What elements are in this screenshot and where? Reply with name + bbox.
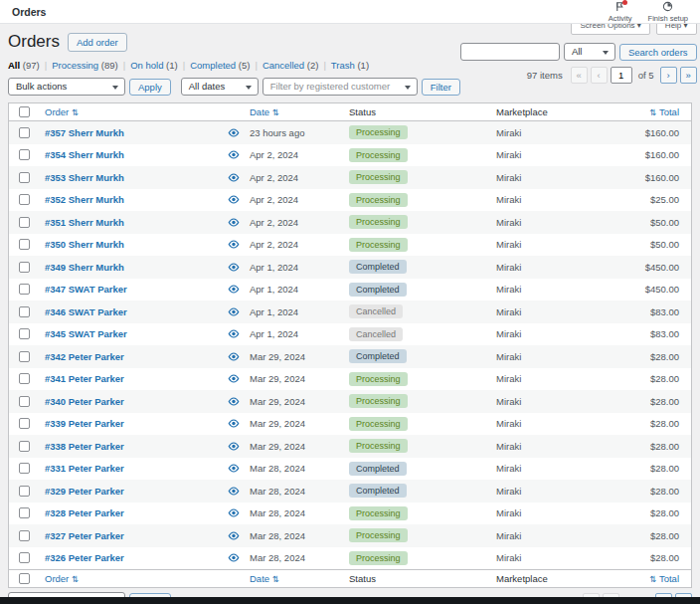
row-checkbox[interactable] bbox=[19, 418, 30, 429]
activity-label: Activity bbox=[609, 14, 632, 23]
order-link[interactable]: #328 Peter Parker bbox=[45, 507, 124, 518]
sort-icon: ⇅ bbox=[649, 107, 656, 117]
column-footer-date[interactable]: Date ⇅ bbox=[246, 573, 345, 584]
chevron-down-icon bbox=[112, 86, 118, 90]
row-checkbox[interactable] bbox=[19, 149, 30, 160]
prev-page-button[interactable]: ‹ bbox=[591, 67, 608, 84]
search-orders-button[interactable]: Search orders bbox=[619, 44, 697, 61]
order-link[interactable]: #354 Sherr Murkh bbox=[45, 149, 124, 160]
first-page-button[interactable]: « bbox=[571, 67, 588, 84]
preview-eye-icon[interactable] bbox=[228, 195, 240, 204]
order-link[interactable]: #340 Peter Parker bbox=[45, 396, 124, 407]
order-link[interactable]: #357 Sherr Murkh bbox=[45, 127, 124, 138]
status-filter-link[interactable]: Processing (89) bbox=[52, 60, 118, 71]
order-link[interactable]: #339 Peter Parker bbox=[45, 418, 124, 429]
order-link[interactable]: #331 Peter Parker bbox=[45, 463, 124, 474]
preview-eye-icon[interactable] bbox=[228, 263, 240, 272]
order-link[interactable]: #346 SWAT Parker bbox=[45, 306, 127, 317]
order-link[interactable]: #351 Sherr Murkh bbox=[45, 217, 124, 228]
row-checkbox[interactable] bbox=[19, 284, 30, 295]
preview-eye-icon[interactable] bbox=[228, 173, 240, 182]
customer-filter-select[interactable]: Filter by registered customer bbox=[262, 78, 418, 96]
preview-eye-icon[interactable] bbox=[228, 150, 240, 159]
order-link[interactable]: #342 Peter Parker bbox=[45, 351, 124, 362]
status-filter-link[interactable]: Completed (5) bbox=[190, 60, 250, 71]
preview-eye-icon[interactable] bbox=[228, 329, 240, 338]
preview-eye-icon[interactable] bbox=[228, 285, 240, 294]
row-checkbox[interactable] bbox=[19, 262, 30, 273]
status-filter-link[interactable]: Cancelled (2) bbox=[262, 60, 319, 71]
preview-eye-icon[interactable] bbox=[228, 419, 240, 428]
row-checkbox[interactable] bbox=[19, 306, 30, 317]
select-all-checkbox[interactable] bbox=[19, 106, 30, 117]
row-checkbox[interactable] bbox=[19, 552, 30, 563]
row-checkbox[interactable] bbox=[19, 530, 30, 541]
order-link[interactable]: #353 Sherr Murkh bbox=[45, 172, 124, 183]
preview-eye-icon[interactable] bbox=[228, 307, 240, 316]
last-page-button[interactable]: » bbox=[680, 67, 697, 84]
select-all-checkbox[interactable] bbox=[19, 573, 30, 584]
add-order-button[interactable]: Add order bbox=[68, 33, 127, 52]
row-checkbox[interactable] bbox=[19, 373, 30, 384]
status-filter-link[interactable]: All (97) bbox=[8, 60, 40, 71]
screen-options-button[interactable]: Screen Options ▾ bbox=[571, 24, 649, 35]
preview-eye-icon[interactable] bbox=[228, 487, 240, 496]
next-page-button[interactable]: › bbox=[660, 67, 677, 84]
order-link[interactable]: #329 Peter Parker bbox=[45, 486, 124, 497]
current-page-input[interactable] bbox=[611, 67, 632, 84]
row-checkbox[interactable] bbox=[19, 396, 30, 407]
row-checkbox[interactable] bbox=[19, 127, 30, 138]
preview-eye-icon[interactable] bbox=[228, 531, 240, 540]
order-marketplace: Miraki bbox=[492, 217, 600, 228]
preview-eye-icon[interactable] bbox=[228, 397, 240, 406]
search-input[interactable] bbox=[460, 43, 560, 61]
row-checkbox[interactable] bbox=[19, 441, 30, 452]
table-row: #339 Peter Parker Mar 29, 2024 Processin… bbox=[9, 413, 691, 436]
order-link[interactable]: #326 Peter Parker bbox=[45, 552, 124, 563]
preview-eye-icon[interactable] bbox=[228, 464, 240, 473]
filter-button[interactable]: Filter bbox=[422, 79, 460, 96]
order-link[interactable]: #341 Peter Parker bbox=[45, 373, 124, 384]
status-filter-link[interactable]: Trash (1) bbox=[331, 60, 369, 71]
column-footer-order[interactable]: Order ⇅ bbox=[41, 573, 246, 584]
order-link[interactable]: #345 SWAT Parker bbox=[45, 328, 127, 339]
preview-eye-icon[interactable] bbox=[228, 240, 240, 249]
order-link[interactable]: #347 SWAT Parker bbox=[45, 284, 127, 295]
preview-eye-icon[interactable] bbox=[228, 128, 240, 137]
order-date: Mar 29, 2024 bbox=[246, 441, 345, 452]
row-checkbox[interactable] bbox=[19, 194, 30, 205]
order-total: $450.00 bbox=[600, 284, 691, 295]
preview-eye-icon[interactable] bbox=[228, 553, 240, 562]
row-checkbox[interactable] bbox=[19, 351, 30, 362]
column-header-total[interactable]: ⇅ Total bbox=[600, 106, 691, 117]
column-header-order[interactable]: Order ⇅ bbox=[41, 106, 246, 117]
order-link[interactable]: #338 Peter Parker bbox=[45, 441, 124, 452]
row-checkbox[interactable] bbox=[19, 172, 30, 183]
apply-button[interactable]: Apply bbox=[129, 79, 171, 96]
preview-eye-icon[interactable] bbox=[228, 218, 240, 227]
preview-eye-icon[interactable] bbox=[228, 374, 240, 383]
row-checkbox[interactable] bbox=[19, 239, 30, 250]
column-header-date[interactable]: Date ⇅ bbox=[246, 106, 345, 117]
preview-eye-icon[interactable] bbox=[228, 442, 240, 451]
all-dates-select[interactable]: All dates bbox=[181, 78, 259, 96]
row-checkbox[interactable] bbox=[19, 507, 30, 518]
activity-button[interactable]: Activity bbox=[609, 1, 632, 23]
preview-eye-icon[interactable] bbox=[228, 508, 240, 517]
row-checkbox[interactable] bbox=[19, 486, 30, 497]
row-checkbox[interactable] bbox=[19, 463, 30, 474]
order-link[interactable]: #352 Sherr Murkh bbox=[45, 194, 124, 205]
column-footer-total[interactable]: ⇅ Total bbox=[600, 573, 691, 584]
help-button[interactable]: Help ▾ bbox=[656, 24, 697, 35]
order-link[interactable]: #327 Peter Parker bbox=[45, 530, 124, 541]
order-total: $28.00 bbox=[600, 507, 691, 518]
finish-setup-button[interactable]: Finish setup bbox=[648, 1, 688, 23]
order-link[interactable]: #349 Sherr Murkh bbox=[45, 262, 124, 273]
status-filter-link[interactable]: On hold (1) bbox=[130, 60, 178, 71]
order-link[interactable]: #350 Sherr Murkh bbox=[45, 239, 124, 250]
row-checkbox[interactable] bbox=[19, 328, 30, 339]
search-category-select[interactable]: All bbox=[564, 43, 615, 61]
row-checkbox[interactable] bbox=[19, 217, 30, 228]
preview-eye-icon[interactable] bbox=[228, 352, 240, 361]
bulk-actions-select[interactable]: Bulk actions bbox=[8, 78, 125, 96]
